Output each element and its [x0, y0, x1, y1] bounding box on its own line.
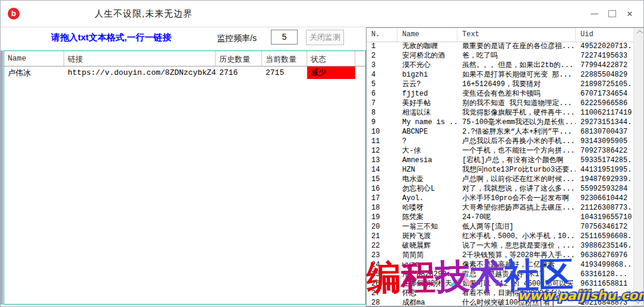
- comment-cell-n: 10: [367, 127, 397, 137]
- comment-cell-uid: 93143095905: [576, 137, 633, 146]
- comment-row[interactable]: 6fjjted变焦还会有色差和卡顿吗67071734654: [367, 89, 633, 99]
- comment-row[interactable]: 14HZN我想问note13Pro比turbo3还要...44131951995…: [367, 165, 633, 175]
- toggle-monitor-button[interactable]: 关闭监测: [306, 30, 344, 45]
- monitor-cell-current-count: 2715: [262, 68, 307, 77]
- monitor-header-current-count[interactable]: 当前数量: [262, 51, 307, 66]
- comment-cell-uid: 67071734654: [576, 89, 633, 99]
- comment-cell-uid: 25116596608...: [576, 232, 633, 241]
- comment-row[interactable]: 1无敌的咖喱最重要的是请了在座的各位彦祖...49522020713...: [367, 42, 633, 51]
- comment-row[interactable]: 27怀恋看着不错，目测得卖2000多[泣...: [367, 289, 633, 298]
- comment-cell-text: 卢总啊，以前你还在红米的时候...: [457, 175, 576, 184]
- maximize-button[interactable]: [603, 6, 621, 21]
- app-window: b 人生不设限,未来无边界 ✕ 请拖入txt文本格式,一行一链接 监控频率/s …: [0, 0, 644, 307]
- comment-row[interactable]: 26在哪個朗朗桜天如果可以 512 的 4500 那可以买96311658811: [367, 279, 633, 289]
- comment-row[interactable]: 4bigzhi如果不是打算长期做可光变 那...22885504829: [367, 70, 633, 80]
- comment-cell-text: 像素不是越高越好，二亿像素: [457, 260, 576, 270]
- comment-row[interactable]: 22破晓晨辉说了一大堆，意思就是要涨价，...39886235146...: [367, 241, 633, 251]
- comment-row[interactable]: 19陈凭案24-70呢104319655710: [367, 213, 633, 222]
- close-button[interactable]: ✕: [621, 6, 639, 21]
- comment-row[interactable]: 2安河桥北的酒爸，吃了吗72274195633: [367, 51, 633, 61]
- comment-row[interactable]: 12大-俅一个手机，也不能往一个方向拼...70927386422: [367, 146, 633, 156]
- minimize-button[interactable]: [585, 6, 603, 21]
- comment-cell-n: 4: [367, 70, 397, 80]
- comment-cell-n: 20: [367, 222, 397, 232]
- comment-cell-name: wyzz: [397, 260, 457, 270]
- comment-cell-n: 9: [367, 118, 397, 127]
- comment-cell-uid: 96311658811: [576, 279, 633, 289]
- comment-cell-text: 什么时候突破100位粉丝[看]: [457, 298, 576, 306]
- comment-row[interactable]: 3漠不光心虽然。。。但是，如果出2tb的...77994422872: [367, 61, 633, 70]
- comment-cell-n: 15: [367, 175, 397, 184]
- comment-row[interactable]: 16勿忘初心L对了，我就想说，你讲了这么多...55992593284: [367, 184, 633, 194]
- comment-row[interactable]: 11?卢总我以后不会再换小米的手机...93143095905: [367, 137, 633, 146]
- comment-cell-name: 一翁三不知: [397, 222, 457, 232]
- comment-cell-n: 28: [367, 298, 397, 306]
- comment-row[interactable]: 18哈喽呀大哥希望你把扬声器搞上去碾压...21126308773...: [367, 203, 633, 213]
- comment-cell-name: 安河桥北的酒: [397, 51, 457, 61]
- scroll-down-button[interactable]: [634, 296, 643, 306]
- comment-cell-name: 成都ma: [397, 298, 457, 306]
- comment-cell-n: 24: [367, 260, 397, 270]
- comment-cell-n: 5: [367, 80, 397, 89]
- comment-cell-name: 无敌的咖喱: [397, 42, 457, 51]
- comment-row[interactable]: 17Ayol.小米手环10pro会不会一起发布啊92306610442: [367, 194, 633, 203]
- comment-cell-text: 我觉得影像旗舰手机，硬件再牛...: [457, 108, 576, 118]
- comment-cell-n: 18: [367, 203, 397, 213]
- monitor-table: Name 链接 历史数量 当前数量 状态 卢伟冰 https://v.douyi…: [4, 50, 366, 305]
- comment-cell-uid: 39886235146...: [576, 241, 633, 251]
- comment-header-name[interactable]: Name: [397, 28, 457, 42]
- comment-cell-name: My name is ...: [397, 118, 457, 127]
- comment-cell-n: 19: [367, 213, 397, 222]
- comment-row[interactable]: 7美好手帖别的我不知道 我只知道物理定...62225966586: [367, 99, 633, 108]
- vertical-scrollbar[interactable]: [633, 28, 643, 306]
- comment-cell-uid: 59335174285...: [576, 156, 633, 165]
- comment-cell-name: Amnesia: [397, 156, 457, 165]
- monitor-header-history-count[interactable]: 历史数量: [216, 51, 262, 66]
- comment-cell-text: 75-100毫米emm我还以为是长焦...: [457, 118, 576, 127]
- comment-row[interactable]: 28成都ma什么时候突破100位粉丝[看]10216848873: [367, 298, 633, 306]
- comment-row[interactable]: 9My name is ...75-100毫米emm我还以为是长焦...2927…: [367, 118, 633, 127]
- comment-cell-name: 勿忘初心L: [397, 184, 457, 194]
- comment-cell-name: 漠不光心: [397, 61, 457, 70]
- comment-row[interactable]: 5云云?16+5126499，我要猜对21898725105...: [367, 80, 633, 89]
- comment-header-uid[interactable]: Uid: [576, 28, 633, 42]
- comment-row[interactable]: 13Amnesia[宕机]卢总，有没有这个颜色啊59335174285...: [367, 156, 633, 165]
- comment-cell-n: 21: [367, 232, 397, 241]
- comment-row[interactable]: 15电水壶卢总啊，以前你还在红米的时候...19487692939...: [367, 175, 633, 184]
- comment-cell-n: 11: [367, 137, 397, 146]
- comment-cell-uid: 29273151344...: [576, 118, 633, 127]
- comment-row[interactable]: 23简简简2千块钱预算，等2028年再入手...96386276976: [367, 251, 633, 260]
- comment-row[interactable]: 10ABCNPE2.?借鉴胖东来“人本+利润”平...68130700437: [367, 127, 633, 137]
- monitor-header-link[interactable]: 链接: [64, 51, 216, 66]
- comment-cell-uid: 22885504829: [576, 70, 633, 80]
- chevron-down-icon: [635, 298, 641, 304]
- comment-row[interactable]: 25用户8828298...雷总 不是越贵越好 米1763316128...: [367, 270, 633, 279]
- comment-row[interactable]: 24wyzz像素不是越高越好，二亿像素4193499868...: [367, 260, 633, 270]
- comment-cell-uid: 62225966586: [576, 99, 633, 108]
- scroll-up-button[interactable]: [634, 28, 643, 38]
- comment-header-text[interactable]: Text: [457, 28, 576, 42]
- comment-cell-n: 8: [367, 108, 397, 118]
- comment-cell-text: 红米手机，5000。小米手机，10...: [457, 232, 576, 241]
- comment-header-n[interactable]: N.: [367, 28, 397, 42]
- comment-cell-text: [宕机]卢总，有没有这个颜色啊: [457, 156, 576, 165]
- comment-cell-name: 用户8828298...: [397, 270, 457, 279]
- comment-cell-uid: 96386276976: [576, 251, 633, 260]
- comment-row[interactable]: 21斑羚飞渡红米手机，5000。小米手机，10...25116596608...: [367, 232, 633, 241]
- comment-cell-name: 陈凭案: [397, 213, 457, 222]
- comment-cell-uid: 55992593284: [576, 184, 633, 194]
- comment-cell-name: Ayol.: [397, 194, 457, 203]
- comment-cell-name: 大-俅: [397, 146, 457, 156]
- monitor-row[interactable]: 卢伟冰 https://v.douyin.com/8ZDNzcybkZ4/ 27…: [4, 67, 365, 79]
- comment-cell-text: 低人两等[流泪]: [457, 222, 576, 232]
- comment-cell-uid: 10216848873: [576, 298, 633, 306]
- monitor-header-name[interactable]: Name: [4, 51, 64, 66]
- comment-row[interactable]: 20一翁三不知低人两等[流泪]70756346172: [367, 222, 633, 232]
- comment-cell-n: 16: [367, 184, 397, 194]
- monitor-header-status[interactable]: 状态: [307, 51, 355, 66]
- monitor-frequency-input[interactable]: [271, 30, 298, 45]
- comment-cell-name: 怀恋: [397, 289, 457, 298]
- comment-row[interactable]: 8相濡以沫我觉得影像旗舰手机，硬件再牛...110062117419: [367, 108, 633, 118]
- comment-cell-name: 简简简: [397, 251, 457, 260]
- comment-cell-uid: 110062117419: [576, 108, 633, 118]
